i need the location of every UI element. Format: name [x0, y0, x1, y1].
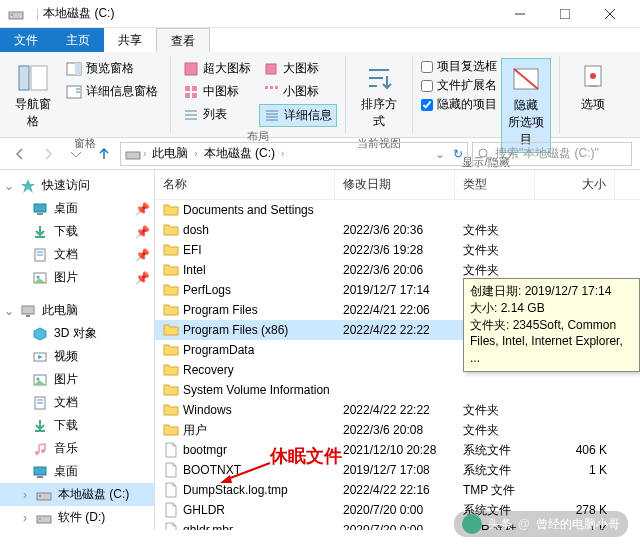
options-button[interactable]: 选项	[568, 58, 618, 117]
file-row[interactable]: DumpStack.log.tmp2022/4/22 22:16TMP 文件	[155, 480, 640, 500]
file-row[interactable]: EFI2022/3/6 19:28文件夹	[155, 240, 640, 260]
ribbon-tabs: 文件 主页 共享 查看	[0, 28, 640, 52]
svg-rect-13	[185, 63, 197, 75]
nav-pane-button[interactable]: 导航窗格	[8, 58, 58, 134]
svg-rect-3	[560, 9, 570, 19]
sidebar-item-desktop2[interactable]: 桌面	[0, 460, 154, 483]
preview-pane-button[interactable]: 预览窗格	[62, 58, 162, 79]
sidebar-item-documents[interactable]: 文档📌	[0, 243, 154, 266]
file-row[interactable]: dosh2022/3/6 20:36文件夹	[155, 220, 640, 240]
svg-line-38	[486, 156, 490, 160]
col-size[interactable]: 大小	[535, 170, 615, 199]
avatar-icon	[462, 514, 482, 534]
drive-icon	[8, 6, 24, 22]
svg-rect-58	[34, 467, 46, 475]
content-area: ⌄快速访问桌面📌下载📌文档📌图片📌⌄此电脑3D 对象视频图片文档下载音乐桌面›本…	[0, 170, 640, 530]
search-box[interactable]: 搜索"本地磁盘 (C:)"	[472, 142, 632, 166]
close-button[interactable]	[587, 0, 632, 28]
svg-point-35	[590, 73, 596, 79]
sidebar-item-local_c[interactable]: ›本地磁盘 (C:)	[0, 483, 154, 506]
file-date: 2020/7/20 0:00	[335, 503, 455, 517]
sidebar-item-downloads[interactable]: 下载📌	[0, 220, 154, 243]
file-row[interactable]: Documents and Settings	[155, 200, 640, 220]
nav-up-button[interactable]	[92, 142, 116, 166]
file-name: Program Files (x86)	[183, 323, 288, 337]
expand-icon[interactable]: ⌄	[4, 179, 14, 193]
file-size: 406 K	[535, 443, 615, 457]
address-bar[interactable]: › 此电脑 › 本地磁盘 (C:) › ⌄ ↻	[120, 142, 468, 166]
checkbox-file-ext[interactable]: 文件扩展名	[421, 77, 497, 94]
file-row[interactable]: System Volume Information	[155, 380, 640, 400]
svg-rect-17	[192, 93, 197, 98]
file-row[interactable]: Windows2022/4/22 22:22文件夹	[155, 400, 640, 420]
pin-icon: 📌	[135, 248, 150, 262]
file-type: 系统文件	[455, 442, 535, 459]
sidebar-item-doc_e[interactable]: ›文档 (E:)	[0, 529, 154, 530]
minimize-button[interactable]	[497, 0, 542, 28]
file-name: Intel	[183, 263, 206, 277]
nav-forward-button[interactable]	[36, 142, 60, 166]
file-row[interactable]: 用户2022/3/6 20:08文件夹	[155, 420, 640, 440]
file-size: 1 K	[535, 463, 615, 477]
svg-rect-22	[265, 86, 268, 89]
tab-home[interactable]: 主页	[52, 28, 104, 52]
layout-large[interactable]: 大图标	[259, 58, 337, 79]
file-name: dosh	[183, 223, 209, 237]
layout-details[interactable]: 详细信息	[259, 104, 337, 127]
nav-back-button[interactable]	[8, 142, 32, 166]
maximize-button[interactable]	[542, 0, 587, 28]
window-title: 本地磁盘 (C:)	[43, 5, 497, 22]
breadcrumb-this-pc[interactable]: 此电脑	[148, 143, 192, 164]
sidebar-item-objects_3d[interactable]: 3D 对象	[0, 322, 154, 345]
col-name[interactable]: 名称	[155, 170, 335, 199]
expand-icon[interactable]: ›	[20, 488, 30, 502]
col-date[interactable]: 修改日期	[335, 170, 455, 199]
file-name: Windows	[183, 403, 232, 417]
nav-recent-button[interactable]	[64, 142, 88, 166]
checkbox-item-checkboxes[interactable]: 项目复选框	[421, 58, 497, 75]
svg-rect-48	[26, 315, 30, 317]
expand-icon[interactable]: ›	[20, 511, 30, 525]
chevron-right-icon[interactable]: ›	[143, 148, 146, 159]
layout-list[interactable]: 列表	[179, 104, 255, 125]
file-row[interactable]: Intel2022/3/6 20:06文件夹	[155, 260, 640, 280]
layout-extra-large[interactable]: 超大图标	[179, 58, 255, 79]
layout-medium[interactable]: 中图标	[179, 81, 255, 102]
tab-share[interactable]: 共享	[104, 28, 156, 52]
sidebar-item-pictures2[interactable]: 图片	[0, 368, 154, 391]
chevron-right-icon[interactable]: ›	[281, 148, 284, 159]
file-name: BOOTNXT	[183, 463, 241, 477]
sidebar-item-music[interactable]: 音乐	[0, 437, 154, 460]
chevron-right-icon[interactable]: ›	[194, 148, 197, 159]
drive-icon	[125, 146, 141, 162]
tab-view[interactable]: 查看	[156, 28, 210, 52]
svg-rect-23	[270, 86, 273, 89]
hide-selected-button[interactable]: 隐藏 所选项目	[501, 58, 551, 153]
sidebar-item-desktop[interactable]: 桌面📌	[0, 197, 154, 220]
file-name: ProgramData	[183, 343, 254, 357]
tab-file[interactable]: 文件	[0, 28, 52, 52]
breadcrumb-local-disk[interactable]: 本地磁盘 (C:)	[200, 143, 279, 164]
file-row[interactable]: BOOTNXT2019/12/7 17:08系统文件1 K	[155, 460, 640, 480]
column-headers: 名称 修改日期 类型 大小	[155, 170, 640, 200]
layout-small[interactable]: 小图标	[259, 81, 337, 102]
sidebar-item-videos[interactable]: 视频	[0, 345, 154, 368]
sidebar-item-this_pc[interactable]: ⌄此电脑	[0, 299, 154, 322]
sort-by-button[interactable]: 排序方式	[354, 58, 404, 134]
checkbox-hidden-items[interactable]: 隐藏的项目	[421, 96, 497, 113]
expand-icon[interactable]: ⌄	[4, 304, 14, 318]
file-name: Recovery	[183, 363, 234, 377]
svg-rect-47	[22, 306, 34, 314]
svg-rect-61	[39, 495, 41, 497]
dropdown-icon[interactable]: ⌄	[435, 147, 445, 161]
sidebar-item-quick_access[interactable]: ⌄快速访问	[0, 174, 154, 197]
file-row[interactable]: bootmgr2021/12/10 20:28系统文件406 K	[155, 440, 640, 460]
refresh-icon[interactable]: ↻	[453, 147, 463, 161]
sidebar-item-downloads2[interactable]: 下载	[0, 414, 154, 437]
sidebar-item-soft_d[interactable]: ›软件 (D:)	[0, 506, 154, 529]
sidebar-item-documents2[interactable]: 文档	[0, 391, 154, 414]
col-type[interactable]: 类型	[455, 170, 535, 199]
search-icon	[477, 147, 491, 161]
sidebar-item-pictures[interactable]: 图片📌	[0, 266, 154, 289]
details-pane-button[interactable]: 详细信息窗格	[62, 81, 162, 102]
